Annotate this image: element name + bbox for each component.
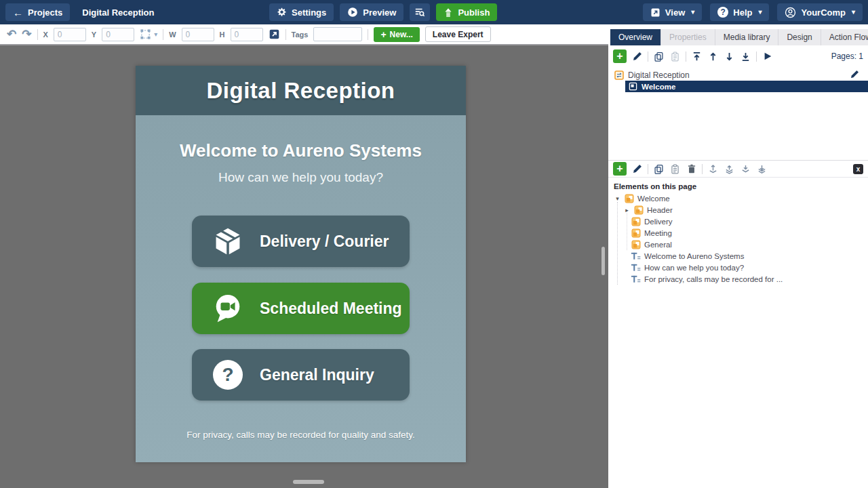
divider bbox=[163, 29, 163, 40]
delivery-courier-button[interactable]: Delivery / Courier bbox=[192, 216, 410, 267]
element-row-header[interactable]: ▸ Header bbox=[608, 204, 868, 216]
element-row-text-welcome[interactable]: Welcome to Aureno Systems bbox=[608, 250, 868, 262]
publish-button[interactable]: Publish bbox=[436, 3, 497, 21]
tab-design[interactable]: Design bbox=[778, 29, 821, 45]
back-to-projects-button[interactable]: ← Projects bbox=[5, 3, 70, 21]
paste-icon[interactable] bbox=[669, 51, 681, 62]
element-row-welcome[interactable]: ▾ Welcome bbox=[608, 192, 868, 204]
send-backward-icon[interactable] bbox=[740, 163, 751, 175]
tab-media-library[interactable]: Media library bbox=[715, 29, 779, 45]
copy-icon[interactable] bbox=[653, 163, 665, 175]
page-row-welcome-selected[interactable]: Welcome bbox=[625, 81, 868, 92]
tags-input[interactable] bbox=[313, 27, 362, 41]
help-icon: ? bbox=[717, 7, 728, 18]
edit-pencil-icon[interactable] bbox=[850, 70, 859, 79]
text-element-icon bbox=[631, 263, 641, 272]
group-icon bbox=[631, 217, 641, 226]
element-row-meeting[interactable]: Meeting bbox=[608, 227, 868, 239]
help-label: Help bbox=[733, 7, 752, 18]
move-down-icon[interactable] bbox=[724, 51, 735, 62]
settings-button[interactable]: Settings bbox=[269, 3, 334, 21]
divider bbox=[648, 52, 648, 62]
package-icon bbox=[212, 226, 243, 257]
project-root-row[interactable]: Digital Reception bbox=[608, 69, 868, 81]
account-menu-button[interactable]: YourComp ▾ bbox=[777, 3, 863, 21]
group-icon bbox=[631, 240, 641, 249]
elements-tree: ▾ Welcome ▸ Header Delivery bbox=[608, 192, 868, 285]
element-label: How can we help you today? bbox=[644, 264, 744, 272]
divider bbox=[368, 29, 368, 40]
topbar-left: ← Projects Digital Reception bbox=[5, 3, 155, 21]
kiosk-header: Digital Reception bbox=[136, 66, 466, 115]
pages-toolbar: + bbox=[608, 48, 868, 64]
tab-properties[interactable]: Properties bbox=[661, 29, 715, 45]
move-to-bottom-icon[interactable] bbox=[740, 51, 751, 62]
tags-label: Tags bbox=[292, 30, 309, 39]
divider bbox=[686, 52, 686, 62]
bring-forward-icon[interactable] bbox=[724, 163, 735, 175]
view-menu-button[interactable]: View ▾ bbox=[643, 3, 702, 21]
paste-icon[interactable] bbox=[669, 163, 681, 175]
w-label: W bbox=[169, 30, 176, 39]
divider bbox=[756, 52, 757, 62]
element-row-text-help[interactable]: How can we help you today? bbox=[608, 262, 868, 273]
divider bbox=[648, 164, 648, 174]
scheduled-meeting-button[interactable]: Scheduled Meeting bbox=[192, 283, 410, 334]
project-tree: Digital Reception Welcome bbox=[608, 69, 868, 92]
element-row-general[interactable]: General bbox=[608, 239, 868, 250]
y-input[interactable] bbox=[102, 28, 134, 41]
general-inquiry-button[interactable]: ? General Inquiry bbox=[192, 349, 410, 401]
fit-window-icon[interactable] bbox=[269, 28, 280, 40]
h-input[interactable] bbox=[231, 28, 263, 41]
preview-label: Preview bbox=[363, 7, 396, 18]
help-menu-button[interactable]: ? Help ▾ bbox=[710, 3, 769, 21]
text-element-icon bbox=[631, 274, 641, 284]
tab-overview[interactable]: Overview bbox=[610, 29, 661, 45]
element-row-delivery[interactable]: Delivery bbox=[608, 216, 868, 227]
move-to-top-icon[interactable] bbox=[691, 51, 703, 62]
delivery-courier-label: Delivery / Courier bbox=[260, 232, 389, 251]
expander-down-icon[interactable]: ▾ bbox=[614, 195, 621, 202]
send-to-back-icon[interactable] bbox=[756, 163, 768, 175]
add-element-button[interactable]: + bbox=[613, 162, 627, 176]
delete-trash-icon[interactable] bbox=[686, 163, 697, 175]
edit-pencil-icon[interactable] bbox=[631, 163, 643, 175]
kiosk-artboard[interactable]: Digital Reception Welcome to Aureno Syst… bbox=[136, 66, 466, 462]
play-page-icon[interactable] bbox=[762, 51, 773, 62]
w-input[interactable] bbox=[182, 28, 214, 41]
anchor-point-icon[interactable]: ▾ bbox=[140, 28, 157, 40]
exclude-x-icon[interactable]: x bbox=[853, 164, 863, 174]
move-up-icon[interactable] bbox=[707, 51, 719, 62]
question-icon: ? bbox=[212, 359, 243, 390]
element-row-text-privacy[interactable]: For privacy, calls may be recorded for .… bbox=[608, 273, 868, 285]
topbar: ← Projects Digital Reception Settings Pr… bbox=[0, 0, 868, 24]
tab-action-flows[interactable]: Action Flows bbox=[821, 29, 868, 45]
y-label: Y bbox=[92, 30, 96, 39]
redo-button[interactable]: ↷ bbox=[22, 28, 31, 40]
bring-to-front-icon[interactable] bbox=[707, 163, 719, 175]
x-input[interactable] bbox=[54, 28, 86, 41]
element-label: General bbox=[644, 241, 672, 249]
preview-button[interactable]: Preview bbox=[340, 3, 403, 21]
edit-pencil-icon[interactable] bbox=[631, 51, 643, 62]
new-element-label: New... bbox=[390, 30, 413, 39]
video-chat-icon bbox=[212, 293, 243, 324]
vertical-scrollbar[interactable] bbox=[601, 247, 605, 275]
new-element-button[interactable]: + New... bbox=[374, 27, 419, 42]
pop-out-icon bbox=[650, 7, 660, 18]
chevron-down-icon: ▾ bbox=[154, 31, 157, 38]
horizontal-scrollbar[interactable] bbox=[293, 480, 324, 484]
topbar-center: Settings Preview Publish bbox=[269, 3, 497, 21]
x-label: X bbox=[43, 30, 48, 39]
design-canvas[interactable]: Digital Reception Welcome to Aureno Syst… bbox=[0, 45, 608, 488]
chevron-down-icon: ▾ bbox=[758, 9, 762, 16]
divider bbox=[702, 164, 703, 174]
divider bbox=[285, 29, 286, 40]
copy-icon[interactable] bbox=[653, 51, 665, 62]
add-page-button[interactable]: + bbox=[613, 49, 627, 63]
expander-right-icon[interactable]: ▸ bbox=[623, 207, 631, 214]
leave-expert-button[interactable]: Leave Expert bbox=[425, 26, 491, 42]
group-icon bbox=[625, 194, 634, 203]
undo-button[interactable]: ↶ bbox=[7, 28, 16, 40]
activity-log-button[interactable] bbox=[410, 3, 430, 21]
